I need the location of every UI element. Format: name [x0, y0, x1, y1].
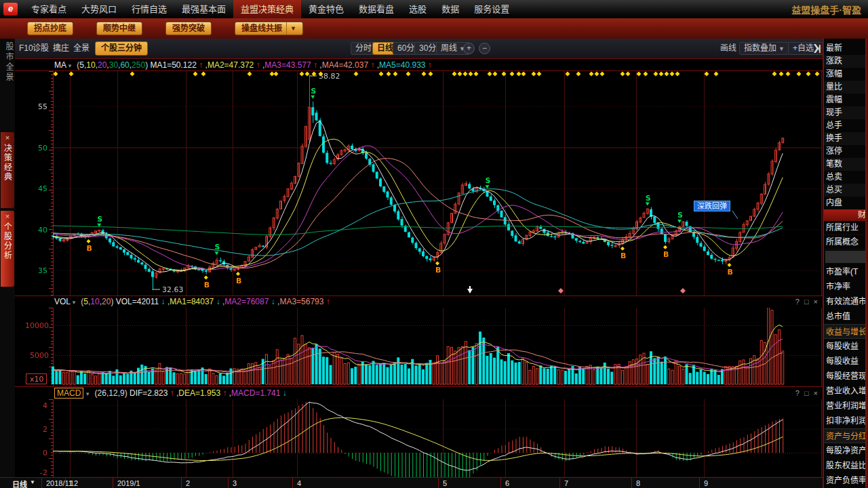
top-menu-item-最强基本面[interactable]: 最强基本面	[174, 0, 233, 18]
top-menu-item-专家看点[interactable]: 专家看点	[24, 0, 74, 18]
fin-row-每股净资产[interactable]: 每股净资产	[824, 443, 868, 458]
strategy-button-拐点抄底[interactable]: 拐点抄底	[27, 22, 73, 35]
pane-icon-?[interactable]: ?	[795, 389, 800, 397]
axis-tick	[181, 478, 182, 488]
pane-icon-□[interactable]: □	[804, 389, 809, 397]
dropdown-arrow-icon[interactable]: ▼	[85, 391, 90, 397]
indicator-params: (5,10,20,30,60,250)	[75, 60, 151, 70]
strategy-button-顺势中继[interactable]: 顺势中继	[96, 22, 142, 35]
quote-side-panel: 最新涨跌涨幅量比震幅现手总手换手涨停笔数总卖总买内盘财所属行业所属概念市盈率(T…	[823, 39, 868, 488]
volheader-label[interactable]: VOL	[54, 297, 71, 306]
pane-control-icons: ?□×	[791, 296, 818, 308]
toolbar-item-+自选[interactable]: +自选▼	[788, 42, 827, 55]
volume-chart[interactable]	[15, 308, 823, 386]
pane-icon-×[interactable]: ×	[814, 298, 818, 306]
up-arrow-icon: ↑	[197, 60, 203, 70]
quote-row-换手[interactable]: 换手	[824, 132, 868, 145]
left-tab-market-overview[interactable]: 股市全景	[0, 42, 15, 83]
chart-toolbar: F10诊股擒庄全景个股三分钟分时日线60分30分周线▼+−画线指数叠加▼+自选▼…	[15, 39, 823, 59]
maheader-label[interactable]: MA	[54, 60, 66, 70]
top-menu-item-服务设置[interactable]: 服务设置	[467, 0, 517, 18]
fin-row-每股收益[interactable]: 每股收益	[824, 339, 868, 354]
pane-icon-?[interactable]: ?	[795, 298, 800, 306]
macdheader-label[interactable]: MACD	[54, 388, 83, 399]
top-menu-item-黄金特色[interactable]: 黄金特色	[301, 0, 351, 18]
quote-row-总卖[interactable]: 总卖	[824, 171, 868, 184]
pane-icon-□[interactable]: □	[804, 298, 809, 306]
indicator-value-MA3: MA3=56793	[279, 297, 323, 306]
top-menu-item-大势风口[interactable]: 大势风口	[74, 0, 124, 18]
quote-row-涨停[interactable]: 涨停	[824, 145, 868, 158]
top-menu-item-数据看盘[interactable]: 数据看盘	[351, 0, 401, 18]
quote-row-震幅[interactable]: 震幅	[824, 94, 868, 106]
quote-row-现手[interactable]: 现手	[824, 106, 868, 119]
dropdown-arrow-icon[interactable]: ▼	[67, 63, 73, 69]
toolbar-item-全景[interactable]: 全景	[73, 39, 90, 58]
fin-row-市净率[interactable]: 市净率	[824, 279, 868, 294]
quote-row-总手[interactable]: 总手	[824, 119, 868, 132]
top-menu-item-益盟决策经典[interactable]: 益盟决策经典	[233, 0, 301, 18]
axis-date-label: 3	[233, 479, 237, 487]
quote-row-涨跌[interactable]: 涨跌	[824, 55, 868, 68]
feature-button-个股三分钟[interactable]: 个股三分钟	[95, 41, 148, 56]
dropdown-arrow-icon[interactable]: ▼	[71, 300, 77, 306]
fin-row-每股收益[interactable]: 每股收益	[824, 354, 868, 369]
up-arrow-icon: ↑	[311, 60, 317, 70]
fin-row-股东权益比[interactable]: 股东权益比	[824, 458, 868, 473]
fin-row-营业收入增[interactable]: 营业收入增	[824, 384, 868, 399]
close-icon[interactable]: ×	[5, 213, 9, 220]
main-candlestick-chart[interactable]	[15, 71, 823, 296]
chevron-down-icon[interactable]: ▼	[30, 479, 35, 485]
top-menu-bar: e 专家看点大势风口行情自选最强基本面益盟决策经典黄金特色数据看盘选股数据服务设…	[0, 0, 868, 18]
left-tab-label: 决策经典	[2, 144, 14, 182]
quote-row-量比[interactable]: 量比	[824, 81, 868, 94]
strategy-button-强势突破[interactable]: 强势突破	[165, 22, 212, 35]
quote-row-笔数[interactable]: 笔数	[824, 158, 868, 171]
app-logo-icon[interactable]: e	[3, 3, 18, 16]
quote-row-内盘[interactable]: 内盘	[824, 197, 868, 209]
axis-date-label: 4	[297, 479, 301, 487]
up-arrow-icon: ↑	[167, 388, 174, 398]
strategy-dropdown-操盘线共振[interactable]: 操盘线共振▼	[235, 22, 303, 35]
panel-scrollbar[interactable]	[865, 39, 868, 488]
zoom-in-button[interactable]: +	[463, 43, 475, 54]
axis-date-label: 8	[636, 479, 640, 487]
top-menu-item-选股[interactable]: 选股	[401, 0, 434, 18]
quote-row-涨幅[interactable]: 涨幅	[824, 68, 868, 81]
info-row-所属行业[interactable]: 所属行业	[824, 221, 868, 235]
chevron-down-icon[interactable]: ▼	[778, 45, 785, 52]
fin-row-资产负债率[interactable]: 资产负债率	[824, 473, 868, 488]
toolbar-item-诊股[interactable]: 诊股	[33, 39, 49, 58]
top-menu: 专家看点大势风口行情自选最强基本面益盟决策经典黄金特色数据看盘选股数据服务设置	[24, 0, 517, 18]
pane-icon-×[interactable]: ×	[814, 389, 818, 397]
quote-row-最新[interactable]: 最新	[824, 42, 868, 55]
axis-period-label[interactable]: 日线	[12, 479, 27, 488]
left-tab-个股分析[interactable]: ×个股分析	[1, 211, 14, 287]
top-menu-item-数据[interactable]: 数据	[434, 0, 467, 18]
fin-row-营业利润增[interactable]: 营业利润增	[824, 399, 868, 413]
separator: ,	[203, 60, 208, 70]
panel-section-band: 财	[824, 209, 868, 221]
top-menu-item-行情自选[interactable]: 行情自选	[124, 0, 174, 18]
toolbar-item-画线[interactable]: 画线	[720, 39, 736, 58]
quote-row-总买[interactable]: 总买	[824, 184, 868, 197]
dropdown-arrow-icon[interactable]: ▼	[286, 22, 296, 35]
fin-section-header-资产与分红: 资产与分红	[824, 428, 868, 443]
toolbar-item-指数叠加[interactable]: 指数叠加▼	[739, 42, 789, 55]
fin-row-市盈率(T[interactable]: 市盈率(T	[824, 264, 868, 279]
fin-row-扣非净利润[interactable]: 扣非净利润	[824, 413, 868, 428]
macd-chart[interactable]	[15, 399, 823, 477]
collapse-panel-icon[interactable]: ❯|	[812, 43, 820, 53]
zoom-out-button[interactable]: −	[479, 43, 490, 54]
left-tab-决策经典[interactable]: ×决策经典	[1, 132, 14, 208]
brand-title: 益盟操盘手·智盈	[791, 3, 861, 16]
up-arrow-icon: ↑	[254, 60, 260, 70]
fin-row-总市值[interactable]: 总市值	[824, 309, 868, 324]
toolbar-item-F10[interactable]: F10	[19, 39, 33, 58]
close-icon[interactable]: ×	[5, 134, 9, 142]
info-row-所属概念[interactable]: 所属概念	[824, 235, 868, 249]
fin-row-每股经营现[interactable]: 每股经营现	[824, 369, 868, 384]
fin-row-有效流通市[interactable]: 有效流通市	[824, 294, 868, 309]
toolbar-item-擒庄[interactable]: 擒庄	[53, 39, 69, 58]
down-arrow-icon: ↓	[269, 297, 275, 306]
